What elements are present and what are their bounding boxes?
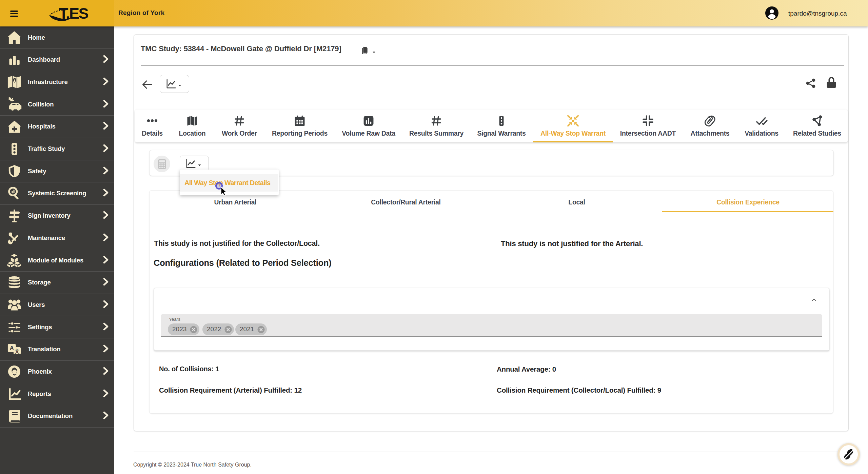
- svg-text:文: 文: [14, 349, 20, 354]
- svg-text:A: A: [10, 345, 14, 351]
- svg-text:T.ES: T.ES: [59, 5, 88, 22]
